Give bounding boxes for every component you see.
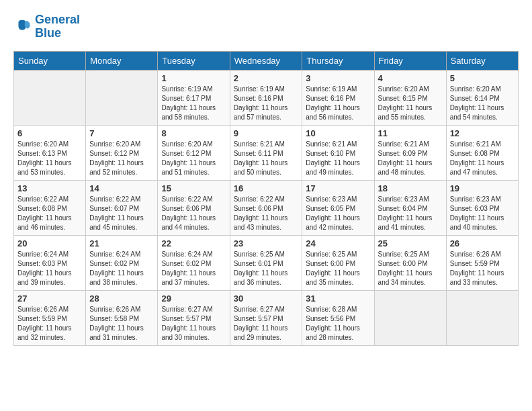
day-number: 19 — [450, 183, 515, 193]
calendar-cell: 16Sunrise: 6:22 AM Sunset: 6:06 PM Dayli… — [230, 180, 302, 235]
day-info: Sunrise: 6:19 AM Sunset: 6:16 PM Dayligh… — [234, 85, 299, 122]
calendar-week-5: 27Sunrise: 6:26 AM Sunset: 5:59 PM Dayli… — [14, 290, 519, 345]
day-number: 9 — [234, 128, 299, 138]
calendar-header-friday: Friday — [374, 51, 446, 70]
day-info: Sunrise: 6:22 AM Sunset: 6:06 PM Dayligh… — [234, 195, 299, 232]
day-number: 3 — [306, 73, 370, 83]
calendar-header-row: SundayMondayTuesdayWednesdayThursdayFrid… — [14, 51, 519, 70]
day-info: Sunrise: 6:26 AM Sunset: 5:59 PM Dayligh… — [17, 305, 82, 342]
day-info: Sunrise: 6:24 AM Sunset: 6:02 PM Dayligh… — [161, 250, 226, 287]
day-info: Sunrise: 6:22 AM Sunset: 6:07 PM Dayligh… — [89, 195, 154, 232]
day-info: Sunrise: 6:24 AM Sunset: 6:03 PM Dayligh… — [17, 250, 82, 287]
day-number: 24 — [306, 238, 370, 248]
calendar-body: 1Sunrise: 6:19 AM Sunset: 6:17 PM Daylig… — [14, 70, 519, 345]
day-info: Sunrise: 6:21 AM Sunset: 6:10 PM Dayligh… — [306, 140, 370, 177]
day-info: Sunrise: 6:22 AM Sunset: 6:08 PM Dayligh… — [17, 195, 82, 232]
logo: General Blue — [13, 13, 80, 40]
day-info: Sunrise: 6:23 AM Sunset: 6:03 PM Dayligh… — [450, 195, 515, 232]
calendar-cell: 19Sunrise: 6:23 AM Sunset: 6:03 PM Dayli… — [446, 180, 518, 235]
day-info: Sunrise: 6:22 AM Sunset: 6:06 PM Dayligh… — [161, 195, 226, 232]
calendar-cell: 22Sunrise: 6:24 AM Sunset: 6:02 PM Dayli… — [158, 235, 230, 290]
day-number: 20 — [17, 238, 82, 248]
day-number: 14 — [89, 183, 154, 193]
calendar-header-wednesday: Wednesday — [230, 51, 302, 70]
day-info: Sunrise: 6:24 AM Sunset: 6:02 PM Dayligh… — [89, 250, 154, 287]
day-info: Sunrise: 6:23 AM Sunset: 6:05 PM Dayligh… — [306, 195, 370, 232]
day-number: 25 — [378, 238, 443, 248]
day-info: Sunrise: 6:20 AM Sunset: 6:12 PM Dayligh… — [89, 140, 154, 177]
day-number: 15 — [161, 183, 226, 193]
day-number: 16 — [234, 183, 299, 193]
day-number: 2 — [234, 73, 299, 83]
calendar-cell: 12Sunrise: 6:21 AM Sunset: 6:08 PM Dayli… — [446, 125, 518, 180]
day-info: Sunrise: 6:19 AM Sunset: 6:16 PM Dayligh… — [306, 85, 370, 122]
calendar-cell: 5Sunrise: 6:20 AM Sunset: 6:14 PM Daylig… — [446, 70, 518, 125]
day-number: 11 — [378, 128, 443, 138]
day-info: Sunrise: 6:19 AM Sunset: 6:17 PM Dayligh… — [161, 85, 226, 122]
calendar-cell: 11Sunrise: 6:21 AM Sunset: 6:09 PM Dayli… — [374, 125, 446, 180]
day-info: Sunrise: 6:20 AM Sunset: 6:15 PM Dayligh… — [378, 85, 443, 122]
calendar-cell: 7Sunrise: 6:20 AM Sunset: 6:12 PM Daylig… — [86, 125, 158, 180]
calendar-week-1: 1Sunrise: 6:19 AM Sunset: 6:17 PM Daylig… — [14, 70, 519, 125]
calendar-week-2: 6Sunrise: 6:20 AM Sunset: 6:13 PM Daylig… — [14, 125, 519, 180]
day-number: 18 — [378, 183, 443, 193]
day-info: Sunrise: 6:25 AM Sunset: 6:00 PM Dayligh… — [306, 250, 370, 287]
day-info: Sunrise: 6:21 AM Sunset: 6:11 PM Dayligh… — [234, 140, 299, 177]
calendar-header-saturday: Saturday — [446, 51, 518, 70]
calendar-cell: 9Sunrise: 6:21 AM Sunset: 6:11 PM Daylig… — [230, 125, 302, 180]
page-header: General Blue — [13, 13, 519, 40]
calendar-header-tuesday: Tuesday — [158, 51, 230, 70]
day-info: Sunrise: 6:25 AM Sunset: 6:01 PM Dayligh… — [234, 250, 299, 287]
calendar-cell — [374, 290, 446, 345]
day-number: 22 — [161, 238, 226, 248]
day-number: 13 — [17, 183, 82, 193]
calendar-header-sunday: Sunday — [14, 51, 86, 70]
logo-text: General Blue — [35, 13, 80, 40]
calendar-week-4: 20Sunrise: 6:24 AM Sunset: 6:03 PM Dayli… — [14, 235, 519, 290]
day-info: Sunrise: 6:27 AM Sunset: 5:57 PM Dayligh… — [161, 305, 226, 342]
calendar-cell: 24Sunrise: 6:25 AM Sunset: 6:00 PM Dayli… — [302, 235, 374, 290]
day-number: 1 — [161, 73, 226, 83]
calendar-cell — [14, 70, 86, 125]
calendar-cell: 20Sunrise: 6:24 AM Sunset: 6:03 PM Dayli… — [14, 235, 86, 290]
calendar-cell: 17Sunrise: 6:23 AM Sunset: 6:05 PM Dayli… — [302, 180, 374, 235]
calendar-cell: 30Sunrise: 6:27 AM Sunset: 5:57 PM Dayli… — [230, 290, 302, 345]
calendar-cell: 6Sunrise: 6:20 AM Sunset: 6:13 PM Daylig… — [14, 125, 86, 180]
calendar-cell: 27Sunrise: 6:26 AM Sunset: 5:59 PM Dayli… — [14, 290, 86, 345]
day-info: Sunrise: 6:20 AM Sunset: 6:12 PM Dayligh… — [161, 140, 226, 177]
calendar-cell: 8Sunrise: 6:20 AM Sunset: 6:12 PM Daylig… — [158, 125, 230, 180]
day-number: 21 — [89, 238, 154, 248]
calendar-cell: 2Sunrise: 6:19 AM Sunset: 6:16 PM Daylig… — [230, 70, 302, 125]
calendar-week-3: 13Sunrise: 6:22 AM Sunset: 6:08 PM Dayli… — [14, 180, 519, 235]
day-info: Sunrise: 6:28 AM Sunset: 5:56 PM Dayligh… — [306, 305, 370, 342]
day-number: 4 — [378, 73, 443, 83]
calendar-header-monday: Monday — [86, 51, 158, 70]
day-number: 26 — [450, 238, 515, 248]
day-info: Sunrise: 6:20 AM Sunset: 6:14 PM Dayligh… — [450, 85, 515, 122]
calendar-cell: 4Sunrise: 6:20 AM Sunset: 6:15 PM Daylig… — [374, 70, 446, 125]
calendar-cell: 31Sunrise: 6:28 AM Sunset: 5:56 PM Dayli… — [302, 290, 374, 345]
day-info: Sunrise: 6:25 AM Sunset: 6:00 PM Dayligh… — [378, 250, 443, 287]
day-number: 6 — [17, 128, 82, 138]
calendar-cell: 29Sunrise: 6:27 AM Sunset: 5:57 PM Dayli… — [158, 290, 230, 345]
day-info: Sunrise: 6:21 AM Sunset: 6:08 PM Dayligh… — [450, 140, 515, 177]
calendar-cell: 25Sunrise: 6:25 AM Sunset: 6:00 PM Dayli… — [374, 235, 446, 290]
day-number: 31 — [306, 293, 370, 304]
day-number: 8 — [161, 128, 226, 138]
day-info: Sunrise: 6:21 AM Sunset: 6:09 PM Dayligh… — [378, 140, 443, 177]
calendar-cell: 10Sunrise: 6:21 AM Sunset: 6:10 PM Dayli… — [302, 125, 374, 180]
calendar-cell: 13Sunrise: 6:22 AM Sunset: 6:08 PM Dayli… — [14, 180, 86, 235]
day-number: 10 — [306, 128, 370, 138]
day-number: 27 — [17, 293, 82, 304]
day-number: 28 — [89, 293, 154, 304]
day-info: Sunrise: 6:20 AM Sunset: 6:13 PM Dayligh… — [17, 140, 82, 177]
day-info: Sunrise: 6:26 AM Sunset: 5:59 PM Dayligh… — [450, 250, 515, 287]
day-info: Sunrise: 6:23 AM Sunset: 6:04 PM Dayligh… — [378, 195, 443, 232]
day-number: 12 — [450, 128, 515, 138]
day-info: Sunrise: 6:26 AM Sunset: 5:58 PM Dayligh… — [89, 305, 154, 342]
day-info: Sunrise: 6:27 AM Sunset: 5:57 PM Dayligh… — [234, 305, 299, 342]
calendar-cell: 21Sunrise: 6:24 AM Sunset: 6:02 PM Dayli… — [86, 235, 158, 290]
day-number: 17 — [306, 183, 370, 193]
calendar-cell: 26Sunrise: 6:26 AM Sunset: 5:59 PM Dayli… — [446, 235, 518, 290]
day-number: 7 — [89, 128, 154, 138]
